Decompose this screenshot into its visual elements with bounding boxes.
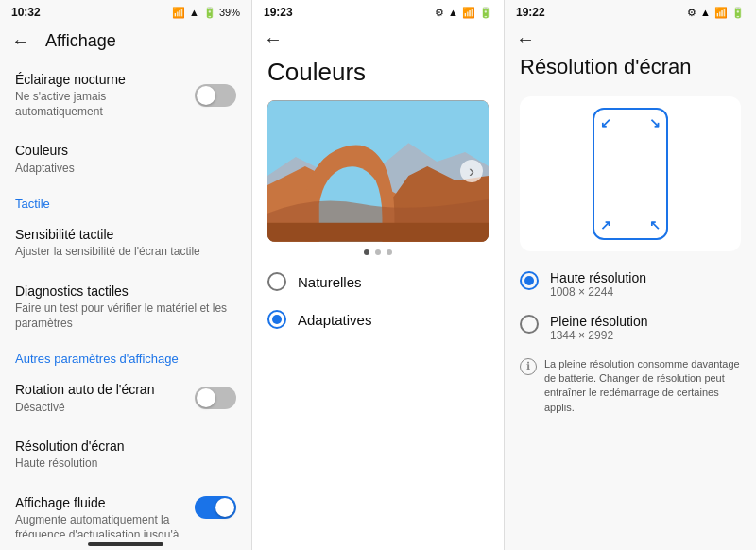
battery-icon: 🔋 39% (203, 7, 240, 19)
radio-haute-sub: 1008 × 2244 (550, 285, 646, 299)
radio-adaptatives-outer (267, 310, 286, 329)
arrow-tr: ↘ (649, 115, 661, 130)
top-bar-3: ← (505, 23, 756, 54)
diagnostics-sub: Faire un test pour vérifier le matériel … (15, 301, 236, 331)
setting-diagnostics[interactable]: Diagnostics tactiles Faire un test pour … (0, 271, 251, 342)
setting-eclairage[interactable]: Éclairage nocturne Ne s'active jamais au… (0, 60, 251, 130)
resolution-page-title: Résolution d'écran (520, 54, 741, 81)
home-bar-1 (88, 542, 163, 546)
radio-naturelles[interactable]: Naturelles (267, 263, 489, 301)
signal-icon-2: ▲ (448, 7, 458, 18)
battery-icon-2: 🔋 (479, 7, 492, 19)
back-button-2[interactable]: ← (264, 28, 283, 50)
time-3: 19:22 (516, 6, 545, 19)
status-bar-1: 10:32 📶 ▲ 🔋 39% (0, 0, 251, 23)
radio-adaptatives-inner (272, 315, 282, 324)
download-icon-3: ⚙ (687, 7, 696, 19)
info-text: La pleine résolution consomme davantage … (544, 357, 741, 416)
dot-3 (387, 249, 392, 255)
signal-icon-3: ▲ (700, 7, 711, 18)
diagnostics-title: Diagnostics tactiles (15, 283, 236, 300)
image-carousel-container: › (267, 100, 489, 242)
radio-naturelles-outer (267, 272, 286, 291)
image-carousel[interactable] (267, 100, 489, 242)
eclairage-sub: Ne s'active jamais automatiquement (15, 90, 187, 119)
section-tactile: Tactile (0, 187, 251, 215)
section-autres: Autres paramètres d'affichage (0, 342, 251, 370)
fluide-title: Affichage fluide (15, 494, 187, 511)
back-button-3[interactable]: ← (516, 28, 535, 49)
radio-haute-inner (524, 276, 534, 285)
radio-pleine-outer (520, 315, 539, 334)
phone-outline: ↙ ↘ ↗ ↖ (593, 108, 668, 240)
radio-adaptatives-label: Adaptatives (298, 312, 371, 328)
setting-resolution[interactable]: Résolution d'écran Haute résolution (0, 426, 251, 483)
wifi-icon-2: 📶 (462, 7, 475, 19)
couleurs-title: Couleurs (15, 142, 236, 159)
setting-couleurs[interactable]: Couleurs Adaptatives (0, 130, 251, 187)
sensibilite-title: Sensibilité tactile (15, 226, 236, 243)
setting-rotation[interactable]: Rotation auto de l'écran Désactivé (0, 370, 251, 426)
time-1: 10:32 (11, 6, 41, 19)
resolution-title: Résolution d'écran (15, 438, 236, 455)
couleurs-content: Couleurs (252, 58, 504, 550)
radio-naturelles-label: Naturelles (298, 274, 362, 290)
rotation-title: Rotation auto de l'écran (15, 381, 187, 398)
signal-icon: ▲ (189, 7, 199, 18)
radio-haute-outer (520, 271, 539, 290)
info-section: ℹ La pleine résolution consomme davantag… (520, 357, 741, 416)
radio-pleine-sub: 1344 × 2992 (550, 329, 648, 342)
arrow-br: ↖ (649, 217, 661, 232)
download-icon-2: ⚙ (435, 7, 444, 19)
carousel-dots (267, 249, 489, 255)
status-bar-3: 19:22 ⚙ ▲ 📶 🔋 (505, 0, 756, 23)
dot-1 (364, 249, 369, 255)
page-title-1: Affichage (45, 31, 116, 51)
top-bar-1: ← Affichage (0, 23, 251, 60)
settings-list-1: Éclairage nocturne Ne s'active jamais au… (0, 60, 251, 537)
arrow-tl: ↙ (600, 115, 611, 130)
panel-display-settings: 10:32 📶 ▲ 🔋 39% ← Affichage Éclairage no… (0, 0, 252, 550)
fluide-toggle[interactable] (195, 496, 236, 519)
arrow-bl: ↗ (600, 217, 611, 232)
status-icons-1: 📶 ▲ 🔋 39% (172, 7, 240, 19)
resolution-content: Résolution d'écran ↙ ↘ ↗ ↖ Haute résolut… (505, 54, 756, 550)
info-icon: ℹ (520, 358, 537, 375)
radio-adaptatives[interactable]: Adaptatives (267, 301, 489, 338)
couleurs-page-title: Couleurs (267, 58, 489, 87)
panel-resolution: 19:22 ⚙ ▲ 📶 🔋 ← Résolution d'écran ↙ ↘ ↗… (505, 0, 756, 550)
top-bar-2: ← (252, 23, 504, 58)
home-indicator-1 (0, 537, 251, 550)
resolution-sub: Haute résolution (15, 456, 236, 472)
radio-haute-label: Haute résolution (550, 270, 646, 285)
time-2: 19:23 (264, 6, 293, 19)
status-bar-2: 19:23 ⚙ ▲ 📶 🔋 (252, 0, 504, 23)
carousel-next-arrow[interactable]: › (460, 160, 483, 182)
wifi-icon-3: 📶 (714, 7, 728, 19)
radio-pleine[interactable]: Pleine résolution 1344 × 2992 (520, 306, 741, 350)
dot-2 (375, 249, 381, 255)
radio-pleine-label: Pleine résolution (550, 314, 648, 329)
battery-icon-3: 🔋 (731, 7, 745, 19)
rotation-sub: Désactivé (15, 401, 187, 416)
resolution-card: ↙ ↘ ↗ ↖ (520, 96, 741, 251)
fluide-sub: Augmente automatiquement la fréquence d'… (15, 513, 187, 537)
back-button-1[interactable]: ← (11, 30, 30, 52)
setting-fluide[interactable]: Affichage fluide Augmente automatiquemen… (0, 483, 251, 537)
eclairage-toggle[interactable] (195, 84, 236, 107)
sensibilite-sub: Ajuster la sensibilité de l'écran tactil… (15, 245, 236, 260)
panel-couleurs: 19:23 ⚙ ▲ 📶 🔋 ← Couleurs (252, 0, 505, 550)
radio-haute[interactable]: Haute résolution 1008 × 2244 (520, 263, 741, 306)
couleurs-sub: Adaptatives (15, 162, 236, 177)
status-icons-2: ⚙ ▲ 📶 🔋 (435, 7, 492, 19)
rotation-toggle[interactable] (195, 387, 236, 409)
wifi-icon: 📶 (172, 7, 185, 19)
status-icons-3: ⚙ ▲ 📶 🔋 (687, 7, 745, 19)
eclairage-title: Éclairage nocturne (15, 71, 187, 88)
setting-sensibilite[interactable]: Sensibilité tactile Ajuster la sensibili… (0, 215, 251, 271)
